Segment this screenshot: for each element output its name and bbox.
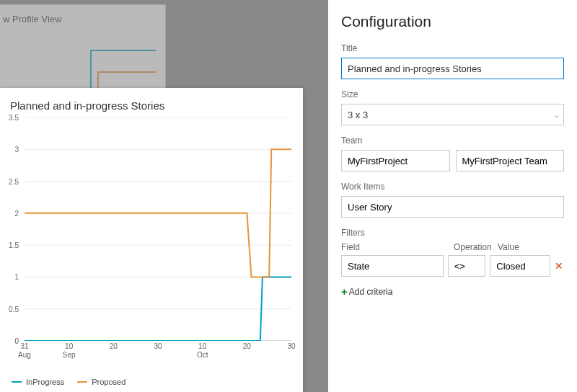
size-dropdown[interactable]: 3 x 3 ⌵ (341, 104, 564, 125)
size-dropdown-value: 3 x 3 (348, 110, 368, 120)
chart-legend: InProgress Proposed (12, 378, 125, 386)
config-heading: Configuration (341, 13, 564, 30)
chevron-down-icon: ⌵ (555, 111, 559, 119)
legend-swatch-inprogress (12, 381, 22, 383)
legend-swatch-proposed (77, 381, 87, 383)
label-filters: Filters (341, 228, 564, 238)
legend-label-proposed: Proposed (92, 378, 125, 386)
title-input[interactable] (341, 58, 564, 79)
filters-header-field: Field (341, 242, 449, 252)
work-items-select[interactable]: User Story (341, 196, 564, 218)
configuration-panel: Configuration Title Size 3 x 3 ⌵ Team My… (328, 0, 577, 392)
team-project-select[interactable]: MyFirstProject (341, 150, 450, 172)
chart-plot (25, 117, 291, 341)
plus-icon: + (341, 285, 348, 298)
filters-header-value: Value (498, 242, 561, 252)
filter-operation-select[interactable]: <> (448, 255, 486, 277)
label-work-items: Work Items (341, 182, 564, 192)
filter-field-select[interactable]: State (341, 255, 444, 277)
filter-row: State <> Closed ✕ (341, 255, 564, 277)
remove-filter-icon[interactable]: ✕ (555, 260, 564, 272)
chart-preview-card: Planned and in-progress Stories 00.511.5… (0, 88, 303, 392)
chart-y-axis-labels: 00.511.522.533.5 (1, 117, 19, 341)
chart-area: 00.511.522.533.5 31Aug10Sep203010Oct2030 (13, 117, 296, 355)
label-team: Team (341, 135, 564, 146)
legend-item-inprogress: InProgress (12, 378, 64, 386)
label-title: Title (341, 43, 564, 53)
label-size: Size (341, 89, 564, 99)
chart-title: Planned and in-progress Stories (0, 88, 303, 117)
add-criteria-button[interactable]: + Add criteria (341, 285, 564, 298)
filters-header-operation: Operation (454, 242, 493, 252)
legend-label-inprogress: InProgress (26, 378, 64, 386)
team-name-select[interactable]: MyFirstProject Team (456, 150, 565, 172)
filter-value-select[interactable]: Closed (490, 255, 550, 277)
legend-item-proposed: Proposed (77, 378, 125, 386)
add-criteria-label: Add criteria (349, 287, 393, 297)
